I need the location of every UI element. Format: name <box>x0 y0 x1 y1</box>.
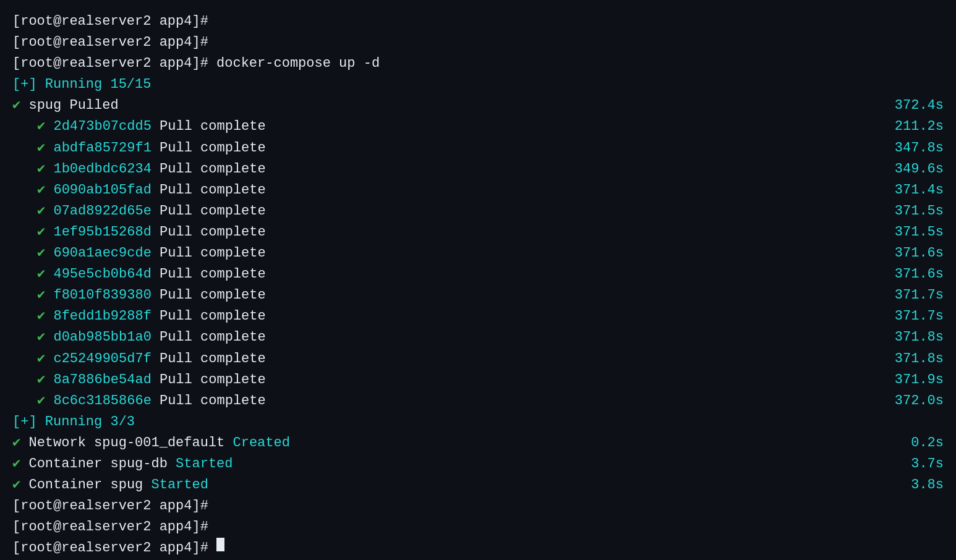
resource-time: 3.8s <box>911 475 944 496</box>
pull-sub-content: ✔ 1ef95b15268d Pull complete <box>12 222 895 243</box>
check-icon: ✔ <box>37 182 45 198</box>
pull-status: Pull complete <box>160 287 266 303</box>
terminal-command-line: [root@realserver2 app4]# docker-compose … <box>12 53 944 74</box>
prompt: [root@realserver2 app4]# <box>12 32 208 53</box>
pull-hash: 8fedd1b9288f <box>53 308 151 324</box>
progress-line: [+] Running 3/3 <box>12 412 944 433</box>
pull-time: 371.7s <box>895 285 944 306</box>
resource-kind: Network spug-001_default <box>28 435 233 451</box>
pull-time: 371.6s <box>895 264 944 285</box>
pull-status: Pull complete <box>160 245 266 261</box>
pull-hash: 6090ab105fad <box>53 182 151 198</box>
pull-status: Pull complete <box>160 182 266 198</box>
pull-status: Pull complete <box>160 224 266 240</box>
pull-hash: c25249905d7f <box>53 351 151 367</box>
command-text: docker-compose up -d <box>208 53 380 74</box>
pull-status: Pull complete <box>160 140 266 156</box>
pull-time: 372.4s <box>895 95 944 116</box>
pull-status: Pull complete <box>160 329 266 345</box>
pull-status: Pull complete <box>160 203 266 219</box>
resource-content: ✔ Container spug-db Started <box>12 454 911 475</box>
resource-line: ✔ Container spug-db Started 3.7s <box>12 454 944 475</box>
prompt: [root@realserver2 app4]# <box>12 517 208 538</box>
pull-time: 347.8s <box>895 138 944 159</box>
check-icon: ✔ <box>37 224 45 240</box>
pull-hash: 1ef95b15268d <box>53 224 151 240</box>
pull-status: Pull complete <box>160 393 266 409</box>
pull-sub-content: ✔ 8c6c3185866e Pull complete <box>12 391 895 412</box>
resource-time: 0.2s <box>911 433 944 454</box>
pull-sub-line: ✔ 07ad8922d65e Pull complete 371.5s <box>12 201 944 222</box>
resource-kind: Container spug-db <box>28 456 176 472</box>
pull-hash: 690a1aec9cde <box>53 245 151 261</box>
check-icon: ✔ <box>37 245 45 261</box>
pull-time: 349.6s <box>895 159 944 180</box>
pull-sub-content: ✔ 8fedd1b9288f Pull complete <box>12 306 895 327</box>
terminal-line: [root@realserver2 app4]# <box>12 11 944 32</box>
pull-sub-line: ✔ 1ef95b15268d Pull complete 371.5s <box>12 222 944 243</box>
pull-sub-content: ✔ 8a7886be54ad Pull complete <box>12 370 895 391</box>
check-icon: ✔ <box>37 351 45 367</box>
pull-hash: d0ab985bb1a0 <box>53 329 151 345</box>
resource-line: ✔ Container spug Started 3.8s <box>12 475 944 496</box>
pull-sub-content: ✔ c25249905d7f Pull complete <box>12 349 895 370</box>
pull-time: 371.7s <box>895 306 944 327</box>
resource-content: ✔ Container spug Started <box>12 475 911 496</box>
check-icon: ✔ <box>37 329 45 345</box>
progress-line: [+] Running 15/15 <box>12 74 944 95</box>
check-icon: ✔ <box>12 477 20 493</box>
pull-time: 371.9s <box>895 370 944 391</box>
pull-sub-line: ✔ d0ab985bb1a0 Pull complete 371.8s <box>12 327 944 348</box>
pull-sub-line: ✔ abdfa85729f1 Pull complete 347.8s <box>12 138 944 159</box>
pull-time: 371.4s <box>895 180 944 201</box>
pull-sub-content: ✔ f8010f839380 Pull complete <box>12 285 895 306</box>
pull-time: 211.2s <box>895 116 944 137</box>
pull-sub-line: ✔ f8010f839380 Pull complete 371.7s <box>12 285 944 306</box>
pull-hash: 07ad8922d65e <box>53 203 151 219</box>
pull-line: ✔ spug Pulled 372.4s <box>12 95 944 116</box>
check-icon: ✔ <box>37 393 45 409</box>
pull-status: Pull complete <box>160 266 266 282</box>
pull-sub-line: ✔ 1b0edbdc6234 Pull complete 349.6s <box>12 159 944 180</box>
pull-hash: 1b0edbdc6234 <box>53 161 151 177</box>
check-icon: ✔ <box>37 372 45 388</box>
pull-sub-content: ✔ abdfa85729f1 Pull complete <box>12 138 895 159</box>
resource-status: Started <box>152 477 208 493</box>
check-icon: ✔ <box>12 98 20 113</box>
prompt: [root@realserver2 app4]# <box>12 53 208 74</box>
pull-sub-content: ✔ 07ad8922d65e Pull complete <box>12 201 895 222</box>
terminal-line: [root@realserver2 app4]# <box>12 517 944 538</box>
pull-sub-line: ✔ 495e5cb0b64d Pull complete 371.6s <box>12 264 944 285</box>
pull-time: 371.8s <box>895 349 944 370</box>
pull-time: 371.6s <box>895 243 944 264</box>
pull-time: 371.5s <box>895 222 944 243</box>
check-icon: ✔ <box>37 308 45 324</box>
pull-status: Pull complete <box>160 372 266 388</box>
pull-sub-line: ✔ 8a7886be54ad Pull complete 371.9s <box>12 370 944 391</box>
pull-sub-line: ✔ c25249905d7f Pull complete 371.8s <box>12 349 944 370</box>
resource-content: ✔ Network spug-001_default Created <box>12 433 911 454</box>
terminal-cursor <box>216 538 224 551</box>
pull-time: 371.8s <box>895 327 944 348</box>
check-icon: ✔ <box>12 456 20 472</box>
pull-sub-line: ✔ 6090ab105fad Pull complete 371.4s <box>12 180 944 201</box>
pull-sub-content: ✔ d0ab985bb1a0 Pull complete <box>12 327 895 348</box>
pull-sub-content: ✔ 495e5cb0b64d Pull complete <box>12 264 895 285</box>
pull-content: ✔ spug Pulled <box>12 95 895 116</box>
pull-hash: f8010f839380 <box>53 287 151 303</box>
prompt: [root@realserver2 app4]# <box>12 538 208 559</box>
pull-time: 371.5s <box>895 201 944 222</box>
pull-sub-line: ✔ 690a1aec9cde Pull complete 371.6s <box>12 243 944 264</box>
prompt: [root@realserver2 app4]# <box>12 11 208 32</box>
check-icon: ✔ <box>37 266 45 282</box>
terminal: [root@realserver2 app4]# [root@realserve… <box>12 11 944 559</box>
pull-time: 372.0s <box>895 391 944 412</box>
check-icon: ✔ <box>12 435 20 451</box>
pull-sub-line: ✔ 8fedd1b9288f Pull complete 371.7s <box>12 306 944 327</box>
check-icon: ✔ <box>37 203 45 219</box>
prompt: [root@realserver2 app4]# <box>12 496 208 517</box>
resource-status: Started <box>176 456 233 472</box>
check-icon: ✔ <box>37 161 45 177</box>
terminal-cursor-line[interactable]: [root@realserver2 app4]# <box>12 538 944 559</box>
pull-hash: abdfa85729f1 <box>53 140 151 156</box>
